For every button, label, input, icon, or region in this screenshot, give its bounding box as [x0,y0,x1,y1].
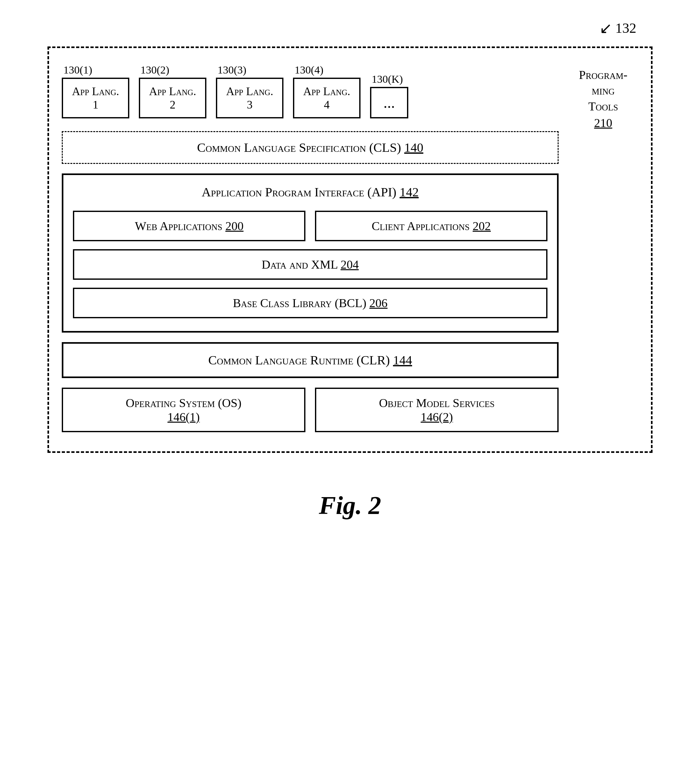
clr-container: Common Language Runtime (CLR) 144 [62,342,559,378]
app-lang-4: 130(4) App Lang. 4 [293,64,360,118]
os-box: Operating System (OS) 146(1) [62,388,305,432]
prog-tools-number: 210 [594,116,612,130]
diagram-area: ↙ 132 130(1) App Lang. 1 130(2) App Lang… [26,19,674,520]
web-applications-box: Web Applications 200 [73,211,305,241]
app-lang-3-box: App Lang. 3 [216,78,284,118]
app-lang-row: 130(1) App Lang. 1 130(2) App Lang. 2 13… [62,64,559,122]
app-lang-1-ref: 130(1) [63,64,92,76]
app-lang-k-ref: 130(K) [372,73,403,85]
app-lang-2: 130(2) App Lang. 2 [139,64,206,118]
api-container: Application Program Interface (API) 142 … [62,173,559,333]
app-lang-4-box: App Lang. 4 [293,78,360,118]
prog-tools-label: Program- ming Tools [579,67,627,114]
app-lang-k-box: ... [370,87,408,118]
app-lang-1: 130(1) App Lang. 1 [62,64,129,118]
app-lang-1-box: App Lang. 1 [62,78,129,118]
prog-tools-column: Program- ming Tools 210 [568,64,638,432]
cls-label: Common Language Specification (CLS) 140 [72,140,548,155]
main-column: 130(1) App Lang. 1 130(2) App Lang. 2 13… [62,64,559,432]
app-lang-k: 130(K) ... [370,73,408,118]
ref-132: ↙ 132 [600,19,636,37]
oms-box: Object Model Services 146(2) [315,388,559,432]
cls-container: Common Language Specification (CLS) 140 [62,131,559,164]
ref-132-arrow: ↙ [600,19,612,37]
os-row: Operating System (OS) 146(1) Object Mode… [62,388,559,432]
ref-132-number: 132 [615,20,636,36]
app-lang-3-ref: 130(3) [217,64,247,76]
app-lang-3: 130(3) App Lang. 3 [216,64,284,118]
outer-container: 130(1) App Lang. 1 130(2) App Lang. 2 13… [48,46,652,453]
api-label: Application Program Interface (API) 142 [73,185,547,199]
api-top-row: Web Applications 200 Client Applications… [73,211,547,241]
client-applications-box: Client Applications 202 [315,211,547,241]
app-lang-2-box: App Lang. 2 [139,78,206,118]
data-xml-box: Data and XML 204 [73,249,547,280]
figure-caption: Fig. 2 [319,491,381,520]
bcl-box: Base Class Library (BCL) 206 [73,288,547,318]
app-lang-2-ref: 130(2) [140,64,169,76]
app-lang-4-ref: 130(4) [295,64,324,76]
